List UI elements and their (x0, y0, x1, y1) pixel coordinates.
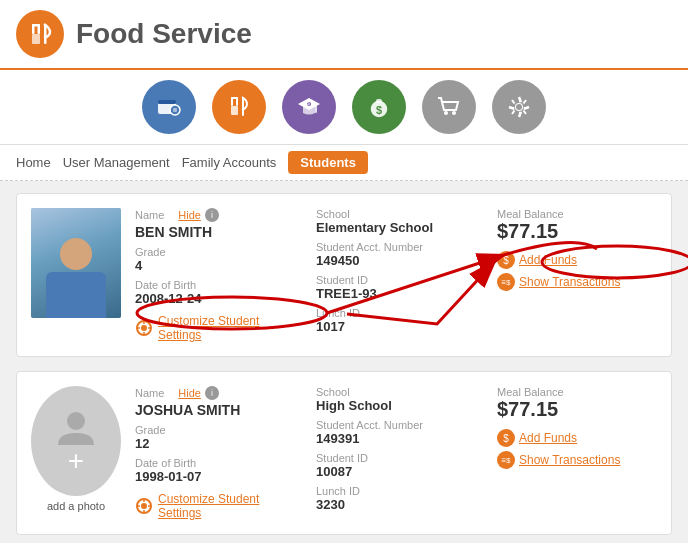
show-transactions-link-ben[interactable]: ≡$ Show Transactions (497, 273, 657, 291)
info-icon-ben[interactable]: i (205, 208, 219, 222)
sid-label-joshua: Student ID (316, 452, 487, 464)
meal-info-ben: Meal Balance $77.15 $ Add Funds ≡$ Show … (497, 208, 657, 342)
nav-home[interactable]: Home (16, 155, 51, 170)
school-value-joshua: High School (316, 398, 487, 413)
student-info-joshua: Name Hide i JOSHUA SMITH Grade 12 Date o… (135, 386, 306, 520)
money-bag-icon: $ (366, 94, 392, 120)
nav-user-management[interactable]: User Management (63, 155, 170, 170)
info-icon-joshua[interactable]: i (205, 386, 219, 400)
gear-icon (506, 94, 532, 120)
app-title: Food Service (76, 18, 252, 50)
graduation-icon: $ (296, 94, 322, 120)
add-photo-label[interactable]: add a photo (47, 500, 105, 512)
svg-rect-11 (236, 97, 238, 106)
svg-rect-13 (242, 97, 244, 116)
photo-area-joshua[interactable]: + add a photo (31, 386, 121, 512)
lid-label-ben: Lunch ID (316, 307, 487, 319)
svg-rect-8 (173, 108, 177, 112)
svg-point-22 (444, 111, 448, 115)
dollar-icon-ben: $ (497, 251, 515, 269)
student-photo-ben (31, 208, 121, 318)
lid-value-ben: 1017 (316, 319, 487, 334)
person-silhouette-icon (56, 407, 96, 447)
sid-value-ben: TREE1-93 (316, 286, 487, 301)
show-transactions-label-ben: Show Transactions (519, 275, 620, 289)
nav-icons-bar: $ $ (0, 70, 688, 145)
svg-rect-12 (231, 106, 238, 115)
dob-value-ben: 2008-12-24 (135, 291, 306, 306)
lid-label-joshua: Lunch ID (316, 485, 487, 497)
acct-label-joshua: Student Acct. Number (316, 419, 487, 431)
acct-value-ben: 149450 (316, 253, 487, 268)
sid-label-ben: Student ID (316, 274, 487, 286)
transactions-icon-joshua: ≡$ (497, 451, 515, 469)
app-header: Food Service (0, 0, 688, 70)
name-label-joshua: Name (135, 387, 164, 399)
meal-balance-value-ben: $77.15 (497, 220, 657, 243)
meal-balance-value-joshua: $77.15 (497, 398, 657, 421)
cart-nav-icon[interactable] (422, 80, 476, 134)
svg-point-25 (516, 104, 522, 110)
top-navigation: Home User Management Family Accounts Stu… (0, 145, 688, 181)
lid-value-joshua: 3230 (316, 497, 487, 512)
add-funds-label-ben: Add Funds (519, 253, 577, 267)
meal-balance-label-ben: Meal Balance (497, 208, 657, 220)
grade-label-ben: Grade (135, 246, 306, 258)
grade-value-ben: 4 (135, 258, 306, 273)
dob-label-joshua: Date of Birth (135, 457, 306, 469)
svg-rect-6 (158, 100, 176, 104)
add-funds-link-ben[interactable]: $ Add Funds (497, 251, 657, 269)
photo-placeholder-joshua: + (31, 386, 121, 496)
grade-label-joshua: Grade (135, 424, 306, 436)
shopping-cart-icon (436, 94, 462, 120)
food-nav-icon[interactable] (212, 80, 266, 134)
fork-knife-icon (226, 94, 252, 120)
settings-nav-icon[interactable] (492, 80, 546, 134)
dollar-icon-joshua: $ (497, 429, 515, 447)
main-content: Name Hide i BEN SMITH Grade 4 Date of Bi… (0, 181, 688, 543)
settings-customize-icon-ben (135, 319, 153, 337)
student-name-joshua: JOSHUA SMITH (135, 402, 306, 418)
svg-point-38 (141, 503, 147, 509)
add-funds-link-joshua[interactable]: $ Add Funds (497, 429, 657, 447)
money-nav-icon[interactable]: $ (352, 80, 406, 134)
dob-value-joshua: 1998-01-07 (135, 469, 306, 484)
svg-rect-3 (32, 34, 40, 44)
app-logo (16, 10, 64, 58)
svg-text:$: $ (376, 104, 382, 116)
acct-label-ben: Student Acct. Number (316, 241, 487, 253)
utensils-logo-icon (26, 20, 54, 48)
transactions-icon-ben: ≡$ (497, 273, 515, 291)
grade-value-joshua: 12 (135, 436, 306, 451)
svg-rect-2 (38, 24, 41, 34)
student-card-ben-smith: Name Hide i BEN SMITH Grade 4 Date of Bi… (16, 193, 672, 357)
education-nav-icon[interactable]: $ (282, 80, 336, 134)
customize-label-joshua: Customize Student Settings (158, 492, 306, 520)
hide-link-ben[interactable]: Hide (178, 209, 201, 221)
student-card-joshua-smith: + add a photo Name Hide i JOSHUA SMITH G… (16, 371, 672, 535)
sid-value-joshua: 10087 (316, 464, 487, 479)
customize-link-joshua[interactable]: Customize Student Settings (135, 492, 306, 520)
nav-students-active[interactable]: Students (288, 151, 368, 174)
svg-point-27 (141, 325, 147, 331)
book-wallet-icon (154, 92, 184, 122)
show-transactions-link-joshua[interactable]: ≡$ Show Transactions (497, 451, 657, 469)
customize-link-ben[interactable]: Customize Student Settings (135, 314, 306, 342)
meal-balance-label-joshua: Meal Balance (497, 386, 657, 398)
school-info-ben: School Elementary School Student Acct. N… (316, 208, 487, 342)
student-info-ben: Name Hide i BEN SMITH Grade 4 Date of Bi… (135, 208, 306, 342)
nav-family-accounts[interactable]: Family Accounts (182, 155, 277, 170)
school-info-joshua: School High School Student Acct. Number … (316, 386, 487, 520)
name-label-ben: Name (135, 209, 164, 221)
svg-point-36 (67, 412, 85, 430)
svg-text:$: $ (307, 100, 310, 106)
school-label-ben: School (316, 208, 487, 220)
student-name-ben: BEN SMITH (135, 224, 306, 240)
show-transactions-label-joshua: Show Transactions (519, 453, 620, 467)
svg-rect-15 (315, 105, 317, 113)
school-value-ben: Elementary School (316, 220, 487, 235)
settings-customize-icon-joshua (135, 497, 153, 515)
home-nav-icon[interactable] (142, 80, 196, 134)
svg-rect-21 (376, 99, 382, 103)
hide-link-joshua[interactable]: Hide (178, 387, 201, 399)
